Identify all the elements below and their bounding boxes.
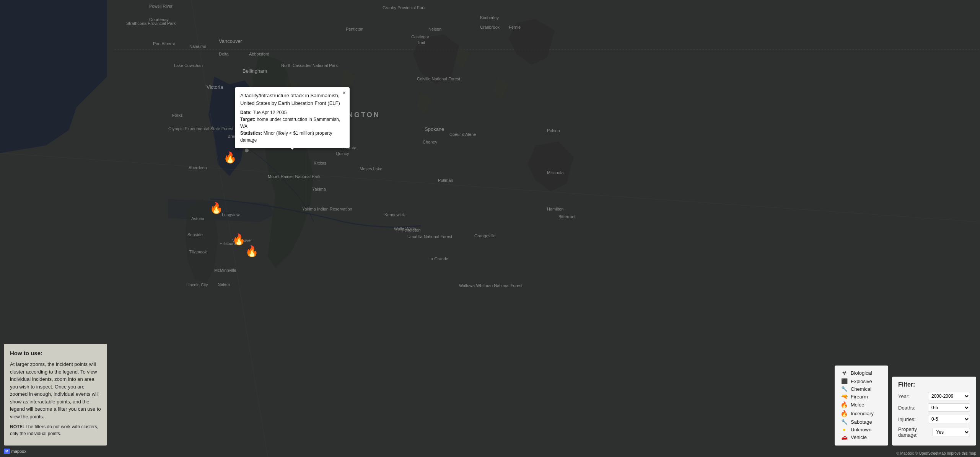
how-to-use-title: How to use: [10,349,101,358]
marker-m3[interactable] [245,149,249,152]
marker-m6[interactable]: 🔥 [232,233,246,246]
filter-title: Filter: [898,381,970,388]
legend-label-vehicle: Vehicle [851,434,867,440]
legend-label-melee: Melee [851,402,864,408]
legend-item-unknown: ● Unknown [840,426,883,433]
popup-date: Date: Tue Apr 12 2005 [240,109,344,116]
mapbox-logo-icon: M [4,449,10,454]
legend-panel: ☣ Biological ⬛ Explosive 🔧 Chemical 🔫 Fi… [835,366,888,446]
filter-year-select[interactable]: 2000-2009 2010-2019 1990-1999 All [928,392,970,400]
how-to-use-note: NOTE: The filters do not work with clust… [10,423,101,437]
popup-date-value: Tue Apr 12 2005 [253,110,287,115]
map-attribution: © Mapbox © OpenStreetMap Improve this ma… [896,451,976,455]
filter-row-deaths: Deaths: 0-5 6-10 11-20 20+ Any [898,403,970,412]
how-to-use-panel: How to use: At larger zooms, the inciden… [4,344,107,446]
popup-date-label: Date: [240,110,252,115]
popup-target-label: Target: [240,117,256,122]
legend-item-sabotage: 🔧 Sabotage [840,419,883,425]
legend-item-vehicle: 🚗 Vehicle [840,434,883,440]
filter-property-damage-select[interactable]: Yes No Any [933,428,970,436]
vehicle-icon: 🚗 [840,434,848,440]
marker-m4[interactable]: 🔥 [223,151,237,164]
chemical-icon: 🔧 [840,386,848,392]
popup-statistics: Statistics: Minor (likely < $1 million) … [240,130,344,144]
explosive-icon: ⬛ [840,378,848,384]
popup-close-button[interactable]: × [342,90,346,96]
legend-label-firearm: Firearm [851,394,868,400]
sabotage-icon: 🔧 [840,419,848,425]
melee-icon: 🔥 [840,401,848,408]
popup-statistics-label: Statistics: [240,131,262,136]
filter-deaths-select[interactable]: 0-5 6-10 11-20 20+ Any [928,403,970,412]
filter-row-year: Year: 2000-2009 2010-2019 1990-1999 All [898,392,970,400]
popup-target: Target: home under construction in Samma… [240,116,344,130]
legend-item-explosive: ⬛ Explosive [840,378,883,384]
legend-label-chemical: Chemical [851,386,871,392]
filter-injuries-select[interactable]: 0-5 6-10 11-20 20+ Any [928,415,970,423]
how-to-use-body: At larger zooms, the incident points wil… [10,361,101,420]
marker-m7[interactable]: 🔥 [245,245,259,258]
legend-item-biological: ☣ Biological [840,369,883,377]
legend-label-unknown: Unknown [851,427,871,433]
biological-icon: ☣ [840,369,848,377]
legend-label-biological: Biological [851,370,872,376]
filter-panel: Filter: Year: 2000-2009 2010-2019 1990-1… [892,377,976,446]
unknown-icon: ● [840,426,848,433]
how-to-use-note-prefix: NOTE: [10,424,24,429]
legend-label-sabotage: Sabotage [851,419,872,425]
filter-deaths-label: Deaths: [898,405,915,411]
mapbox-logo-text: mapbox [11,449,26,454]
incendiary-icon: 🔥 [840,410,848,417]
firearm-icon: 🔫 [840,393,848,400]
mapbox-logo: M mapbox [4,449,26,454]
filter-row-injuries: Injuries: 0-5 6-10 11-20 20+ Any [898,415,970,423]
popup: × A facility/Infrastructure attack in Sa… [235,87,350,148]
map-container[interactable]: Powell RiverCourtenayStrathcona Provinci… [0,0,980,457]
filter-year-label: Year: [898,393,910,399]
marker-m5[interactable]: 🔥 [210,202,223,214]
legend-label-incendiary: Incendiary [851,411,874,416]
legend-item-chemical: 🔧 Chemical [840,386,883,392]
popup-description: A facility/Infrastructure attack in Samm… [240,92,344,107]
filter-property-damage-label: Property damage: [898,426,933,438]
legend-label-explosive: Explosive [851,379,872,384]
popup-target-value: home under construction in Sammamish, WA [240,117,340,129]
legend-item-firearm: 🔫 Firearm [840,393,883,400]
filter-row-property-damage: Property damage: Yes No Any [898,426,970,438]
filter-injuries-label: Injuries: [898,416,916,422]
legend-item-incendiary: 🔥 Incendiary [840,410,883,417]
map-svg [0,0,980,457]
legend-item-melee: 🔥 Melee [840,401,883,408]
